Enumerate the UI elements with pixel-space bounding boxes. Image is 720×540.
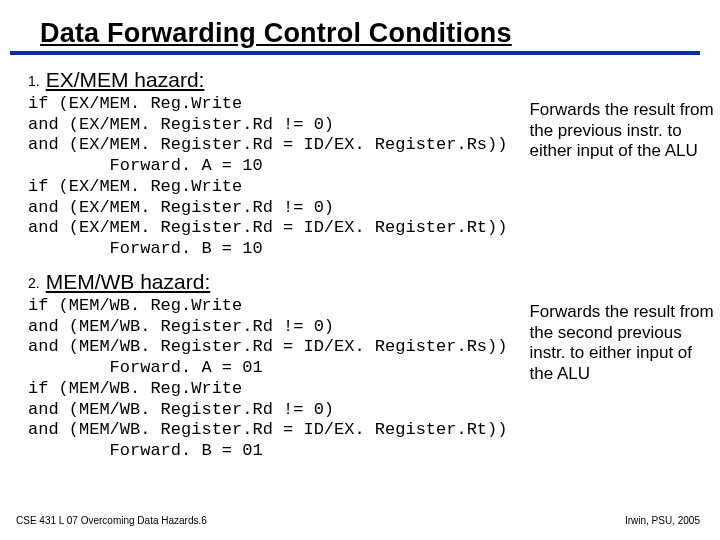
- slide-title: Data Forwarding Control Conditions: [40, 18, 682, 49]
- footer-right: Irwin, PSU, 2005: [625, 515, 700, 526]
- section-1-note: Forwards the result from the previous in…: [507, 94, 720, 260]
- section-2-row: if (MEM/WB. Reg.Write and (MEM/WB. Regis…: [16, 296, 720, 462]
- title-rule: Data Forwarding Control Conditions: [10, 18, 700, 55]
- section-2-heading: 2.MEM/WB hazard:: [16, 270, 720, 294]
- section-2-number: 2.: [28, 275, 46, 291]
- section-1-row: if (EX/MEM. Reg.Write and (EX/MEM. Regis…: [16, 94, 720, 260]
- section-1-heading: 1.EX/MEM hazard:: [16, 68, 720, 92]
- slide-body: 1.EX/MEM hazard: if (EX/MEM. Reg.Write a…: [0, 61, 720, 462]
- section-2-code: if (MEM/WB. Reg.Write and (MEM/WB. Regis…: [16, 296, 507, 462]
- section-2-note: Forwards the result from the second prev…: [507, 296, 720, 462]
- slide-footer: CSE 431 L 07 Overcoming Data Hazards.6 I…: [0, 515, 720, 526]
- section-1-label: EX/MEM hazard:: [46, 68, 205, 91]
- footer-left: CSE 431 L 07 Overcoming Data Hazards.6: [16, 515, 207, 526]
- slide: Data Forwarding Control Conditions 1.EX/…: [0, 0, 720, 540]
- section-1-code: if (EX/MEM. Reg.Write and (EX/MEM. Regis…: [16, 94, 507, 260]
- section-2-label: MEM/WB hazard:: [46, 270, 211, 293]
- section-1-number: 1.: [28, 73, 46, 89]
